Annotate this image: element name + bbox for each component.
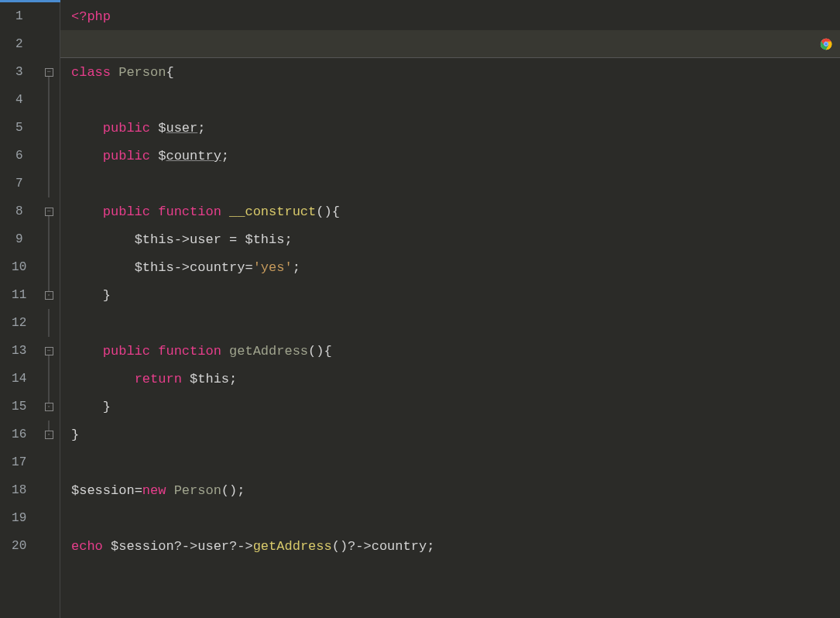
code-token: ; <box>221 149 229 163</box>
code-line[interactable] <box>60 86 840 114</box>
code-line[interactable]: echo $session?->user?->getAddress()?->co… <box>60 532 840 560</box>
code-token <box>71 232 135 247</box>
code-token: (){ <box>316 204 340 219</box>
code-line[interactable]: return $this; <box>60 365 840 393</box>
fold-open-icon[interactable]: − <box>45 347 53 355</box>
gutter-row: 11▫ <box>0 281 60 309</box>
code-line[interactable]: public $country; <box>60 142 840 170</box>
line-number: 6 <box>0 149 38 163</box>
code-token: { <box>166 65 173 80</box>
fold-column: − <box>38 197 60 225</box>
fold-column <box>38 30 60 58</box>
code-token: __construct <box>229 204 316 219</box>
code-line[interactable]: public $user; <box>60 114 840 142</box>
code-token: $this <box>135 232 174 247</box>
code-token: $this <box>245 232 284 247</box>
gutter-row: 13− <box>0 337 60 365</box>
line-number: 12 <box>0 316 38 330</box>
code-token <box>71 204 103 219</box>
line-number: 5 <box>0 121 38 135</box>
line-number: 13 <box>0 344 38 358</box>
gutter-row: 2 <box>0 30 60 58</box>
code-area[interactable]: <?phpclass Person{ public $user; public … <box>60 2 840 618</box>
code-line[interactable] <box>60 309 840 337</box>
code-token: (); <box>221 483 245 498</box>
code-token <box>71 260 135 275</box>
code-token: ; <box>293 260 300 275</box>
code-token: php <box>87 9 111 24</box>
gutter-row: 8− <box>0 197 60 225</box>
code-token: Person <box>118 65 166 80</box>
fold-column <box>38 2 60 30</box>
fold-close-icon[interactable]: ▫ <box>45 291 53 300</box>
line-number: 10 <box>0 260 38 274</box>
code-token: -> <box>174 232 190 247</box>
fold-column <box>38 225 60 253</box>
line-number: 20 <box>0 539 38 553</box>
code-line[interactable]: $this->country='yes'; <box>60 253 840 281</box>
code-token: new <box>142 483 174 498</box>
fold-open-icon[interactable]: − <box>45 68 53 77</box>
code-line[interactable] <box>60 504 840 532</box>
code-token: 'yes' <box>253 260 293 275</box>
code-token: public <box>103 121 158 136</box>
code-token: () <box>332 539 348 554</box>
code-token: class <box>71 65 118 80</box>
code-token: $ <box>158 121 166 136</box>
code-line[interactable] <box>60 170 840 197</box>
code-token: user <box>190 232 229 247</box>
code-line[interactable] <box>60 30 840 58</box>
gutter-row: 9 <box>0 225 60 253</box>
code-token: (){ <box>308 344 332 359</box>
code-line[interactable]: } <box>60 393 840 421</box>
code-line[interactable]: class Person{ <box>60 58 840 86</box>
code-line[interactable]: } <box>60 281 840 309</box>
fold-open-icon[interactable]: − <box>45 208 53 216</box>
code-token: $this <box>190 372 229 386</box>
code-token: ?-> <box>229 539 253 554</box>
line-number: 1 <box>0 9 38 23</box>
svg-point-3 <box>825 43 828 46</box>
chrome-icon[interactable] <box>820 38 832 50</box>
gutter-row: 10 <box>0 253 60 281</box>
line-number: 11 <box>0 288 38 302</box>
gutter-row: 4 <box>0 86 60 114</box>
fold-column: − <box>38 58 60 86</box>
fold-column <box>38 448 60 476</box>
code-line[interactable]: public function __construct(){ <box>60 197 840 225</box>
fold-column <box>38 504 60 532</box>
code-token: $ <box>158 149 166 163</box>
code-token: country <box>166 149 221 163</box>
code-token: ?-> <box>174 539 198 554</box>
code-token: getAddress <box>253 539 332 554</box>
code-token: = <box>245 260 252 275</box>
fold-column <box>38 114 60 142</box>
code-token: $session <box>111 539 174 554</box>
fold-column: ▫ <box>38 281 60 309</box>
code-token <box>71 149 103 163</box>
code-token <box>71 372 135 386</box>
line-number: 7 <box>0 177 38 191</box>
code-line[interactable]: <?php <box>60 2 840 30</box>
gutter-row: 19 <box>0 504 60 532</box>
fold-column <box>38 309 60 337</box>
fold-column <box>38 253 60 281</box>
fold-close-icon[interactable]: ▫ <box>45 431 53 439</box>
code-token: } <box>103 288 111 303</box>
gutter-row: 12 <box>0 309 60 337</box>
code-token: <? <box>71 9 87 24</box>
code-line[interactable]: public function getAddress(){ <box>60 337 840 365</box>
gutter-row: 6 <box>0 142 60 170</box>
code-line[interactable]: $session=new Person(); <box>60 476 840 504</box>
code-token: public function <box>103 204 229 219</box>
code-line[interactable]: $this->user = $this; <box>60 225 840 253</box>
code-token: user <box>197 539 229 554</box>
fold-close-icon[interactable]: ▫ <box>45 403 53 411</box>
code-token: ; <box>197 121 205 136</box>
code-line[interactable]: } <box>60 421 840 448</box>
gutter-row: 1 <box>0 2 60 30</box>
line-number: 15 <box>0 400 38 414</box>
code-line[interactable] <box>60 448 840 476</box>
gutter-row: 15▫ <box>0 393 60 421</box>
code-token: country <box>372 539 427 554</box>
